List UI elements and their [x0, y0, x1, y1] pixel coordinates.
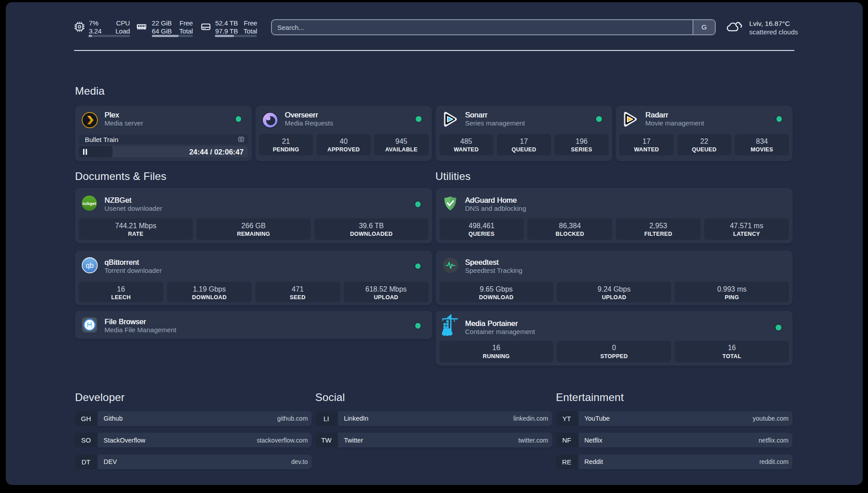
svg-text:nzbget: nzbget — [83, 201, 96, 205]
svg-text:qb: qb — [86, 262, 94, 269]
